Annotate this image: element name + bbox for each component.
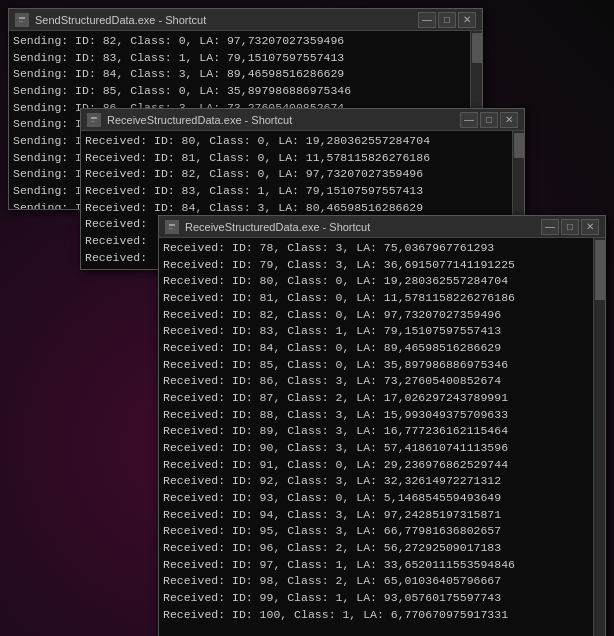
minimize-button-receive1[interactable]: — xyxy=(460,112,478,128)
svg-rect-5 xyxy=(91,121,95,122)
svg-rect-4 xyxy=(91,117,97,119)
close-button-receive2[interactable]: ✕ xyxy=(581,219,599,235)
app-icon-receive2 xyxy=(165,220,179,234)
window-controls-send[interactable]: — □ ✕ xyxy=(418,12,476,28)
scrollbar-receive2[interactable] xyxy=(593,238,605,636)
window-controls-receive2[interactable]: — □ ✕ xyxy=(541,219,599,235)
title-bar-send: SendStructuredData.exe - Shortcut — □ ✕ xyxy=(9,9,482,31)
title-bar-receive1: ReceiveStructuredData.exe - Shortcut — □… xyxy=(81,109,524,131)
svg-rect-0 xyxy=(17,15,27,25)
app-icon-receive1 xyxy=(87,113,101,127)
minimize-button-send[interactable]: — xyxy=(418,12,436,28)
svg-rect-1 xyxy=(19,17,25,19)
scrollbar-thumb-receive1[interactable] xyxy=(514,133,524,158)
svg-rect-7 xyxy=(169,224,175,226)
maximize-button-receive1[interactable]: □ xyxy=(480,112,498,128)
close-button-receive1[interactable]: ✕ xyxy=(500,112,518,128)
svg-rect-3 xyxy=(89,115,99,125)
window-controls-receive1[interactable]: — □ ✕ xyxy=(460,112,518,128)
scrollbar-thumb-send[interactable] xyxy=(472,33,482,63)
minimize-button-receive2[interactable]: — xyxy=(541,219,559,235)
title-send: SendStructuredData.exe - Shortcut xyxy=(35,14,412,26)
console-receive2: Received: ID: 78, Class: 3, LA: 75,03679… xyxy=(159,238,605,636)
svg-rect-6 xyxy=(167,222,177,232)
svg-rect-8 xyxy=(169,228,173,229)
close-button-send[interactable]: ✕ xyxy=(458,12,476,28)
title-receive2: ReceiveStructuredData.exe - Shortcut xyxy=(185,221,535,233)
app-icon-send xyxy=(15,13,29,27)
maximize-button-send[interactable]: □ xyxy=(438,12,456,28)
window-receive2[interactable]: ReceiveStructuredData.exe - Shortcut — □… xyxy=(158,215,606,636)
title-bar-receive2: ReceiveStructuredData.exe - Shortcut — □… xyxy=(159,216,605,238)
console-output-receive2: Received: ID: 78, Class: 3, LA: 75,03679… xyxy=(159,238,605,625)
title-receive1: ReceiveStructuredData.exe - Shortcut xyxy=(107,114,454,126)
maximize-button-receive2[interactable]: □ xyxy=(561,219,579,235)
svg-rect-2 xyxy=(19,21,23,22)
scrollbar-thumb-receive2[interactable] xyxy=(595,240,605,300)
